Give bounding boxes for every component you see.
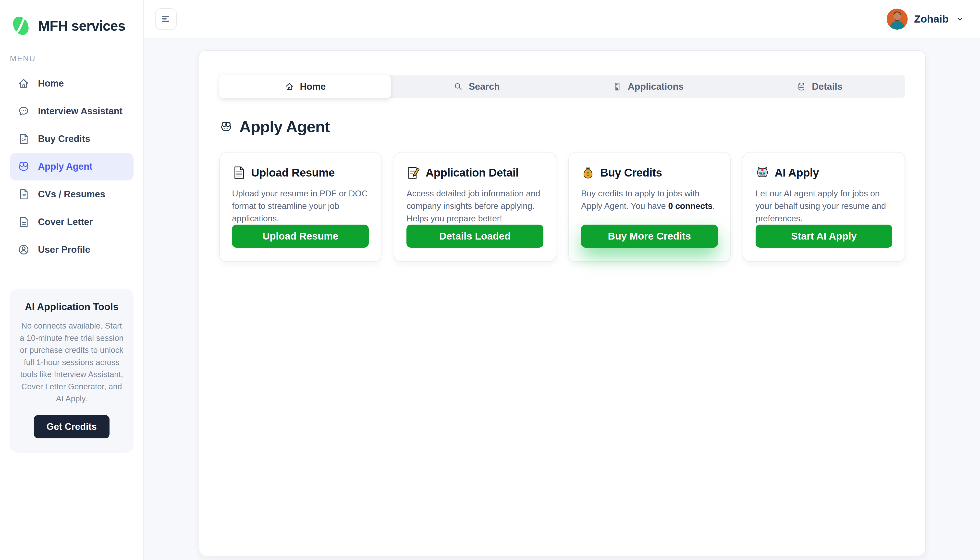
user-name: Zohaib — [914, 13, 948, 25]
svg-text:CV: CV — [22, 193, 26, 197]
card-head: AI Apply — [756, 166, 892, 180]
card-title: Application Detail — [425, 166, 518, 179]
tab-applications[interactable]: Applications — [562, 75, 734, 98]
card-ai-apply: AI ApplyLet our AI agent apply for jobs … — [743, 152, 905, 262]
tab-label: Applications — [628, 82, 684, 92]
sidebar-item-apply-agent[interactable]: Apply Agent — [10, 153, 133, 180]
svg-text:CV: CV — [22, 138, 26, 142]
card-upload-resume: Upload ResumeUpload your resume in PDF o… — [219, 152, 382, 262]
brand-name: MFH services — [38, 18, 125, 34]
cv-file-icon: CV — [17, 188, 30, 201]
card-title: AI Apply — [775, 166, 819, 179]
card-description: Buy credits to apply to jobs with Apply … — [581, 187, 718, 212]
chevron-down-icon — [955, 14, 965, 24]
ai-tools-body: No connects available. Start a 10-minute… — [20, 320, 124, 405]
robot-outline-icon — [219, 120, 233, 133]
sidebar-menu-label: MENU — [10, 54, 133, 63]
user-icon — [17, 243, 30, 256]
topbar: Zohaib — [144, 0, 980, 38]
card-head: $Buy Credits — [581, 166, 718, 180]
sidebar-item-home[interactable]: Home — [10, 70, 133, 97]
sidebar-item-interview-assistant[interactable]: Interview Assistant — [10, 97, 133, 125]
sidebar-item-label: User Profile — [38, 245, 90, 255]
money-bag-icon: $ — [581, 166, 595, 180]
sidebar: MFH services MENU HomeInterview Assistan… — [0, 0, 144, 560]
user-menu[interactable]: Zohaib — [887, 8, 965, 30]
page-doc-icon — [232, 166, 246, 180]
card-description-segment: 0 connects — [668, 201, 713, 211]
tab-home[interactable]: Home — [219, 75, 391, 98]
card-description: Upload your resume in PDF or DOC format … — [232, 187, 369, 225]
sidebar-item-label: Cover Letter — [38, 217, 93, 227]
tab-label: Search — [469, 82, 500, 92]
sidebar-item-buy-credits[interactable]: CVBuy Credits — [10, 125, 133, 153]
card-title: Upload Resume — [251, 166, 335, 179]
sidebar-toggle-button[interactable] — [155, 8, 177, 30]
robot-emoji-icon — [756, 166, 769, 180]
sidebar-item-label: Buy Credits — [38, 133, 90, 144]
tab-details[interactable]: Details — [734, 75, 905, 98]
card-description-segment: Upload your resume in PDF or DOC format … — [232, 188, 368, 223]
search-icon — [453, 82, 463, 92]
sidebar-nav: HomeInterview AssistantCVBuy CreditsAppl… — [10, 70, 133, 263]
card-description: Let our AI agent apply for jobs on your … — [756, 187, 892, 225]
card-title: Buy Credits — [600, 166, 662, 179]
leaf-logo-icon — [10, 15, 32, 37]
card-description: Access detailed job information and comp… — [407, 187, 543, 225]
upload-resume-button[interactable]: Upload Resume — [232, 225, 369, 248]
sidebar-item-label: Home — [38, 78, 64, 89]
chat-icon — [17, 105, 30, 118]
building-icon — [612, 82, 622, 92]
database-icon — [796, 82, 807, 92]
ai-tools-card: AI Application Tools No connects availab… — [10, 288, 133, 453]
card-head: Upload Resume — [232, 166, 369, 180]
tab-search[interactable]: Search — [391, 75, 562, 98]
content-background: HomeSearchApplicationsDetails Apply Agen… — [144, 38, 980, 560]
hamburger-icon — [159, 12, 172, 26]
sidebar-item-cvs-resumes[interactable]: CVCVs / Resumes — [10, 180, 133, 208]
card-description-segment: Access detailed job information and comp… — [407, 188, 540, 223]
details-loaded-button[interactable]: Details Loaded — [407, 225, 543, 248]
home-icon — [17, 77, 30, 90]
memo-icon — [407, 166, 420, 180]
card-description-segment: Let our AI agent apply for jobs on your … — [756, 188, 886, 223]
document-icon — [17, 215, 30, 228]
avatar — [887, 8, 908, 30]
card-application-detail: Application DetailAccess detailed job in… — [394, 152, 556, 262]
card-buy-credits: $Buy CreditsBuy credits to apply to jobs… — [568, 152, 731, 262]
sidebar-item-label: Apply Agent — [38, 161, 92, 172]
start-ai-apply-button[interactable]: Start AI Apply — [756, 225, 892, 248]
svg-text:$: $ — [586, 171, 590, 177]
tab-bar: HomeSearchApplicationsDetails — [219, 75, 905, 98]
app-root: MFH services MENU HomeInterview Assistan… — [0, 0, 980, 560]
sidebar-item-label: CVs / Resumes — [38, 189, 105, 200]
page-head: Apply Agent — [219, 117, 905, 136]
main-area: Zohaib HomeSearchApplicationsDetails — [144, 0, 980, 560]
card-head: Application Detail — [407, 166, 543, 180]
sidebar-item-label: Interview Assistant — [38, 106, 123, 117]
cv-file-icon: CV — [17, 132, 30, 145]
home-icon — [284, 82, 294, 92]
ai-tools-title: AI Application Tools — [20, 301, 124, 312]
sidebar-item-user-profile[interactable]: User Profile — [10, 236, 133, 263]
robot-icon — [17, 160, 30, 173]
buy-more-credits-button[interactable]: Buy More Credits — [581, 225, 718, 248]
tab-label: Home — [300, 82, 326, 92]
get-credits-button[interactable]: Get Credits — [34, 415, 110, 438]
tab-label: Details — [812, 82, 842, 92]
sidebar-item-cover-letter[interactable]: Cover Letter — [10, 208, 133, 236]
brand-logo[interactable]: MFH services — [10, 0, 133, 37]
card-description-segment: . — [713, 201, 715, 211]
content-panel: HomeSearchApplicationsDetails Apply Agen… — [199, 50, 925, 556]
cards-row: Upload ResumeUpload your resume in PDF o… — [219, 152, 905, 262]
page-title: Apply Agent — [239, 117, 330, 136]
